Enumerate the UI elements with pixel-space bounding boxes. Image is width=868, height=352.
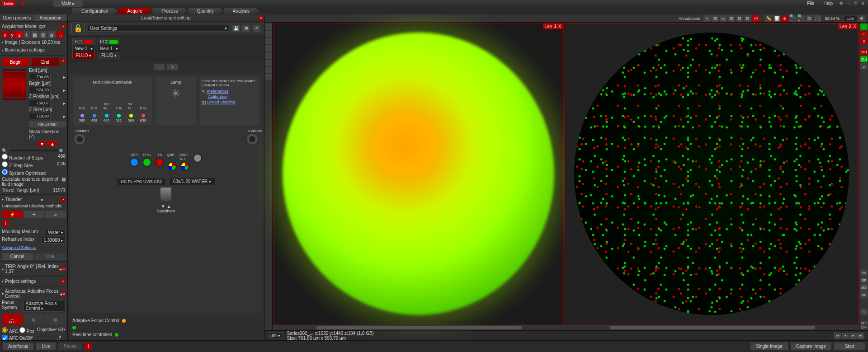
nsteps-radio[interactable] — [2, 154, 8, 160]
filter-cube-CWF-S-T[interactable]: CWF-S-T — [179, 153, 190, 171]
nav-next[interactable]: ▸ — [849, 333, 857, 339]
fc1-select[interactable]: New 2▾ — [73, 45, 94, 52]
vt-tag[interactable]: 🏷 — [752, 15, 760, 22]
user-settings-select[interactable]: User Settings ▾ — [88, 25, 229, 32]
ch1-button[interactable]: Ch1 — [860, 49, 868, 55]
lock-icon[interactable]: 🔓 — [71, 23, 85, 34]
pause-button[interactable]: Pause — [58, 343, 82, 350]
open-projects-tab[interactable]: Open projects — [0, 14, 34, 21]
filter-cube-Y3[interactable]: Y3 — [154, 153, 165, 171]
close-icon[interactable]: × — [259, 15, 263, 20]
close-icon[interactable]: × — [61, 279, 66, 284]
ch2-button[interactable]: Ch2 — [860, 56, 868, 62]
close-icon[interactable]: × — [62, 291, 66, 296]
afc-radio[interactable] — [2, 327, 8, 333]
autofocus-header[interactable]: Autofocus: Adaptive Focus Control — [5, 289, 60, 299]
minimize-button[interactable]: — — [845, 1, 852, 6]
tab-quantify[interactable]: Quantify — [188, 8, 223, 14]
fc2-fluo[interactable]: FLUO ▾ — [98, 52, 120, 59]
mode-icon-3[interactable]: ◍ — [48, 31, 56, 38]
autofocus-button[interactable]: Autofocus — [3, 343, 33, 350]
vt-5[interactable]: ⊡ — [736, 15, 743, 22]
close-icon[interactable]: × — [61, 58, 66, 63]
main-menu[interactable]: Main ▸ — [53, 0, 83, 7]
thunder-header[interactable]: Thunder — [5, 197, 22, 202]
z-stack-visual[interactable] — [3, 69, 26, 100]
info-button[interactable]: i — [85, 343, 92, 350]
close-pane-icon[interactable]: X — [558, 24, 561, 29]
unit-select[interactable]: µm ▾ — [268, 332, 283, 339]
maximize-button[interactable]: □ — [853, 1, 859, 6]
add-channel-button[interactable]: + — [167, 64, 178, 70]
delete-icon[interactable]: ✖ — [242, 25, 250, 32]
st-3[interactable] — [265, 38, 272, 44]
nav-first[interactable]: |◂ — [834, 333, 841, 339]
rs-ms[interactable]: MS — [860, 284, 868, 291]
close-icon[interactable]: × — [61, 197, 66, 202]
stack-down-button[interactable]: ▼ — [38, 141, 47, 146]
filter-cube-empty[interactable] — [192, 153, 203, 171]
vt-hist[interactable]: 📊 — [773, 15, 780, 22]
filter-cube-FITC[interactable]: FITC — [142, 153, 152, 171]
st-4[interactable] — [265, 45, 272, 52]
vt-zoom-in[interactable]: 🔍+ — [797, 15, 805, 22]
comp-method-3[interactable]: ∞ — [45, 211, 66, 218]
remove-channel-button[interactable]: − — [154, 64, 165, 70]
illum-slider-395[interactable]: 5 %395 — [79, 106, 85, 122]
sysopt-radio[interactable] — [2, 169, 8, 175]
filter-cube-CFP[interactable]: CFP — [129, 153, 140, 171]
refresh-icon[interactable]: ⟳ — [838, 1, 844, 6]
zoom-icon[interactable]: 🔍 — [2, 148, 7, 153]
calcdof-icon[interactable]: ▦ — [61, 177, 66, 187]
tab-analysis[interactable]: Analysis — [224, 8, 259, 14]
mount-select[interactable]: Water ▾ — [46, 229, 66, 236]
nav-last[interactable]: ▸| — [857, 333, 864, 339]
hscroll-1[interactable] — [273, 325, 566, 330]
comp-method-2[interactable]: ✦ — [24, 211, 44, 218]
illum-slider-638[interactable]: 5 %638 — [140, 106, 146, 122]
tirf-header[interactable]: TIRF: Angle 0° | Ref. Index 1,37 — [5, 264, 59, 274]
afc-opt-3[interactable]: ▦ — [45, 314, 66, 325]
illum-slider-511[interactable]: 5 %511 — [116, 106, 122, 122]
objective-left-select[interactable]: HC PL APO UVIS CS2 — [117, 178, 165, 185]
mode-icon-2[interactable]: ▤ — [39, 31, 47, 38]
advanced-settings-link[interactable]: Advanced Settings — [2, 244, 66, 251]
illum-slider-438[interactable]: 5 %438 — [91, 106, 98, 122]
image-pane-1[interactable]: Len 1 X — [273, 23, 564, 324]
z-slider[interactable] — [9, 150, 65, 151]
tab-process[interactable]: Process — [152, 8, 187, 14]
acquisition-tab[interactable]: Acquisition — [34, 14, 68, 21]
recenter-button[interactable]: Re-Center — [29, 121, 66, 127]
stack-up-button[interactable]: ▲ — [48, 141, 57, 146]
rs-dot[interactable]: ○ — [860, 309, 868, 315]
pos-radio[interactable] — [19, 327, 25, 333]
refidx-input[interactable]: 1,33000 ▸ — [41, 237, 66, 244]
mode-icon-1[interactable]: ▦ — [31, 31, 38, 38]
cancel-button[interactable]: Cancel — [2, 253, 33, 260]
close-icon[interactable]: × — [61, 24, 66, 29]
vt-4[interactable]: ▥ — [728, 15, 735, 22]
close-icon[interactable]: × — [61, 267, 66, 271]
st-1[interactable] — [265, 23, 272, 30]
image-pane-2[interactable]: Len 2 X — [565, 23, 859, 324]
vt-1[interactable]: ↖ — [703, 15, 711, 22]
file-menu[interactable]: File — [802, 0, 819, 7]
st-8[interactable] — [265, 74, 272, 80]
st-7[interactable] — [265, 67, 272, 73]
afc-opt-2[interactable]: ◉ — [24, 314, 44, 325]
fc1-box[interactable]: FC1 New 2▾ FLUO ▾ — [72, 38, 95, 59]
vt-fit[interactable]: ⊡ — [806, 15, 813, 22]
fc1-fluo[interactable]: FLUO ▾ — [73, 52, 94, 59]
filter-cube-QSP-T[interactable]: QSP-T — [167, 153, 178, 171]
annotations-label[interactable]: Annotations — [676, 16, 703, 21]
view-2-button[interactable]: 2 — [860, 38, 868, 44]
objective-icon[interactable] — [160, 188, 171, 201]
single-image-button[interactable]: Single Image — [750, 343, 788, 350]
vt-2[interactable]: ⊞ — [712, 15, 719, 22]
close-button[interactable]: ✕ — [860, 1, 866, 6]
help-menu[interactable]: Help — [819, 0, 837, 7]
projset-header[interactable]: Project settings — [5, 279, 36, 284]
lamp-icon[interactable]: ☀ — [158, 87, 193, 100]
t-button[interactable]: t — [24, 31, 30, 38]
rs-z[interactable]: z — [860, 63, 868, 70]
